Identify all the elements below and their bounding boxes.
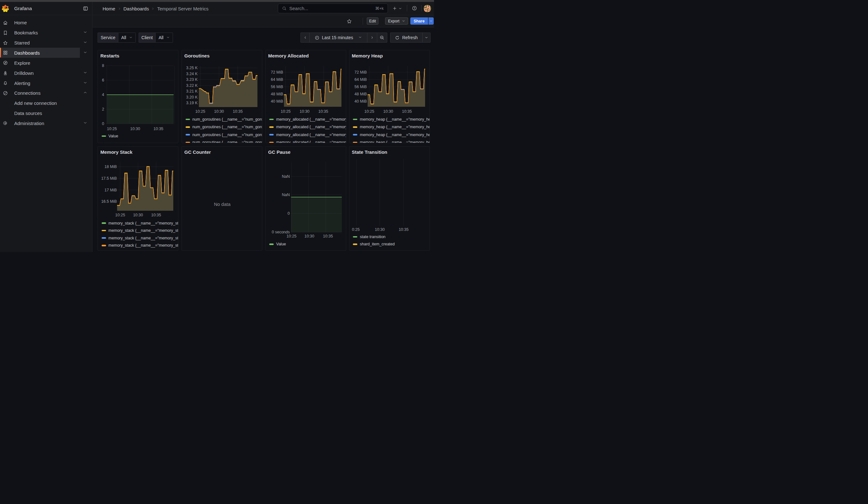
svg-text:56 MiB: 56 MiB: [354, 84, 367, 89]
svg-text:10:35: 10:35: [323, 234, 333, 238]
svg-text:48 MiB: 48 MiB: [354, 92, 367, 96]
svg-text:3.25 K: 3.25 K: [186, 66, 198, 70]
svg-text:3.21 K: 3.21 K: [186, 89, 198, 93]
svg-text:3.20 K: 3.20 K: [186, 95, 198, 99]
svg-text:8: 8: [102, 63, 104, 68]
svg-text:10:30: 10:30: [214, 109, 224, 113]
svg-text:17 MiB: 17 MiB: [104, 187, 117, 192]
svg-text:0:25: 0:25: [352, 227, 360, 232]
svg-text:3.19 K: 3.19 K: [186, 101, 198, 105]
svg-text:3.24 K: 3.24 K: [186, 71, 198, 76]
svg-text:10:25: 10:25: [364, 109, 374, 113]
svg-text:18 MiB: 18 MiB: [104, 164, 117, 169]
svg-text:3.22 K: 3.22 K: [186, 83, 198, 88]
svg-text:10:35: 10:35: [153, 126, 163, 131]
svg-text:10:35: 10:35: [399, 227, 409, 232]
svg-text:72 MiB: 72 MiB: [271, 70, 283, 74]
svg-text:10:30: 10:30: [375, 227, 384, 232]
svg-text:64 MiB: 64 MiB: [271, 77, 283, 81]
svg-text:3.23 K: 3.23 K: [186, 78, 198, 82]
svg-text:10:35: 10:35: [402, 109, 412, 113]
svg-text:40 MiB: 40 MiB: [271, 99, 283, 103]
svg-text:10:30: 10:30: [130, 126, 140, 131]
svg-text:10:25: 10:25: [281, 109, 290, 113]
svg-text:0: 0: [288, 211, 290, 216]
svg-text:17.5 MiB: 17.5 MiB: [101, 176, 117, 180]
svg-text:72 MiB: 72 MiB: [354, 70, 367, 74]
svg-text:10:35: 10:35: [318, 109, 328, 113]
svg-text:56 MiB: 56 MiB: [271, 84, 283, 89]
svg-text:10:30: 10:30: [304, 234, 314, 238]
svg-text:10:35: 10:35: [151, 213, 161, 217]
svg-text:10:25: 10:25: [195, 109, 205, 113]
svg-text:10:30: 10:30: [383, 109, 393, 113]
svg-text:40 MiB: 40 MiB: [354, 99, 367, 103]
svg-text:NaN: NaN: [281, 192, 289, 197]
svg-text:10:25: 10:25: [286, 234, 296, 238]
svg-text:48 MiB: 48 MiB: [271, 92, 283, 96]
svg-text:10:25: 10:25: [107, 126, 117, 131]
svg-text:10:25: 10:25: [115, 213, 125, 217]
svg-text:64 MiB: 64 MiB: [354, 77, 367, 81]
svg-text:10:30: 10:30: [133, 213, 143, 217]
svg-text:6: 6: [102, 78, 104, 82]
svg-text:10:35: 10:35: [233, 109, 243, 113]
svg-text:4: 4: [102, 93, 104, 97]
svg-text:NaN: NaN: [281, 174, 289, 178]
svg-text:2: 2: [102, 107, 104, 111]
svg-text:16.5 MiB: 16.5 MiB: [101, 199, 117, 204]
svg-text:0: 0: [102, 121, 104, 126]
svg-text:10:30: 10:30: [300, 109, 309, 113]
